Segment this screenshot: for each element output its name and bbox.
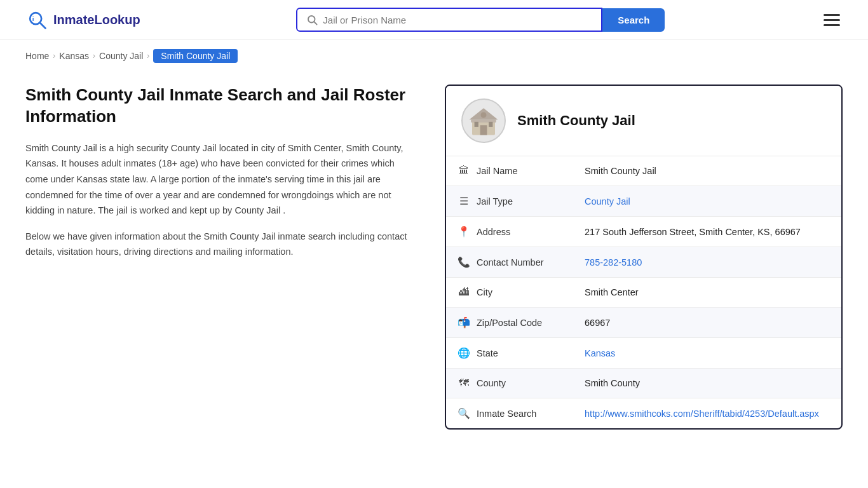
row-label-text: Jail Name — [477, 166, 517, 176]
search-input-wrap — [296, 8, 602, 32]
card-title: Smith County Jail — [517, 112, 635, 129]
row-value: Smith Center — [573, 278, 841, 308]
row-value[interactable]: http://www.smithcoks.com/Sheriff/tabid/4… — [573, 398, 841, 429]
hamburger-menu[interactable] — [821, 11, 843, 29]
row-icon: ☰ — [458, 195, 470, 207]
row-label: 📞Contact Number — [446, 247, 573, 278]
row-icon: 🔍 — [458, 407, 470, 419]
page-heading: Smith County Jail Inmate Search and Jail… — [25, 85, 419, 128]
breadcrumb-sep-3: › — [147, 51, 149, 60]
site-header: i InmateLookup Search — [0, 0, 868, 40]
search-input[interactable] — [323, 15, 592, 25]
row-label: 🗺County — [446, 369, 573, 398]
svg-rect-10 — [475, 122, 478, 127]
main-content: Smith County Jail Inmate Search and Jail… — [0, 72, 868, 455]
row-label: 🏛Jail Name — [446, 156, 573, 186]
search-bar: Search — [296, 8, 665, 32]
row-value[interactable]: County Jail — [573, 186, 841, 217]
row-icon: 🌐 — [458, 347, 470, 359]
row-label: 📬Zip/Postal Code — [446, 308, 573, 338]
building-icon — [466, 104, 501, 138]
table-row: 🏙CitySmith Center — [446, 278, 841, 308]
hamburger-line-1 — [824, 14, 840, 16]
table-row: 🏛Jail NameSmith County Jail — [446, 156, 841, 186]
jail-info-card: Smith County Jail 🏛Jail NameSmith County… — [445, 85, 843, 430]
row-label-text: Inmate Search — [477, 409, 536, 419]
svg-text:i: i — [32, 15, 34, 22]
svg-line-1 — [40, 23, 46, 29]
table-row: 🔍Inmate Searchhttp://www.smithcoks.com/S… — [446, 398, 841, 429]
row-label-text: City — [477, 287, 492, 297]
logo-text: InmateLookup — [53, 13, 140, 27]
logo-link[interactable]: i InmateLookup — [25, 8, 140, 31]
row-label: 🔍Inmate Search — [446, 398, 573, 429]
row-value: 217 South Jefferson Street, Smith Center… — [573, 217, 841, 247]
row-label-text: Address — [477, 227, 510, 237]
row-value[interactable]: 785-282-5180 — [573, 247, 841, 278]
row-value-link[interactable]: http://www.smithcoks.com/Sheriff/tabid/4… — [585, 409, 819, 419]
row-label-text: Zip/Postal Code — [477, 318, 542, 328]
svg-point-9 — [481, 112, 487, 118]
row-value: Smith County — [573, 369, 841, 398]
table-row: 📍Address217 South Jefferson Street, Smit… — [446, 217, 841, 247]
row-value-link[interactable]: County Jail — [585, 196, 630, 207]
hamburger-line-2 — [824, 19, 840, 21]
row-value: 66967 — [573, 308, 841, 338]
table-row: 🌐StateKansas — [446, 338, 841, 369]
breadcrumb-sep-2: › — [93, 51, 95, 60]
svg-rect-6 — [480, 125, 487, 135]
jail-avatar — [461, 98, 506, 143]
row-icon: 🏛 — [458, 165, 470, 177]
description-paragraph-2: Below we have given information about th… — [25, 229, 419, 260]
row-label: 🏙City — [446, 278, 573, 308]
row-icon: 📞 — [458, 256, 470, 268]
breadcrumb-current: Smith County Jail — [153, 49, 238, 63]
row-icon: 📬 — [458, 316, 470, 329]
row-value-link[interactable]: 785-282-5180 — [585, 257, 642, 268]
search-icon — [306, 14, 318, 25]
card-header: Smith County Jail — [446, 86, 841, 156]
row-icon: 📍 — [458, 226, 470, 238]
svg-rect-11 — [489, 122, 492, 127]
svg-line-4 — [315, 22, 317, 24]
table-row: 📬Zip/Postal Code66967 — [446, 308, 841, 338]
row-value[interactable]: Kansas — [573, 338, 841, 369]
row-label: ☰Jail Type — [446, 186, 573, 217]
row-label: 📍Address — [446, 217, 573, 247]
breadcrumb: Home › Kansas › County Jail › Smith Coun… — [0, 40, 868, 72]
row-value: Smith County Jail — [573, 156, 841, 186]
breadcrumb-home[interactable]: Home — [25, 51, 49, 61]
logo-icon: i — [25, 8, 48, 31]
hamburger-line-3 — [824, 24, 840, 26]
breadcrumb-kansas[interactable]: Kansas — [59, 51, 89, 61]
row-label-text: County — [477, 378, 506, 388]
row-value-link[interactable]: Kansas — [585, 348, 615, 358]
breadcrumb-county-jail[interactable]: County Jail — [99, 51, 143, 61]
breadcrumb-sep-1: › — [53, 51, 55, 60]
row-icon: 🏙 — [458, 287, 470, 298]
left-column: Smith County Jail Inmate Search and Jail… — [25, 85, 419, 270]
table-row: 📞Contact Number785-282-5180 — [446, 247, 841, 278]
row-label-text: State — [477, 348, 498, 358]
table-row: 🗺CountySmith County — [446, 369, 841, 398]
row-label-text: Contact Number — [477, 257, 544, 268]
row-label: 🌐State — [446, 338, 573, 369]
search-button[interactable]: Search — [602, 8, 665, 32]
description-paragraph-1: Smith County Jail is a high security Cou… — [25, 140, 419, 219]
row-label-text: Jail Type — [477, 196, 513, 207]
table-row: ☰Jail TypeCounty Jail — [446, 186, 841, 217]
row-icon: 🗺 — [458, 377, 470, 389]
info-table: 🏛Jail NameSmith County Jail☰Jail TypeCou… — [446, 156, 841, 428]
